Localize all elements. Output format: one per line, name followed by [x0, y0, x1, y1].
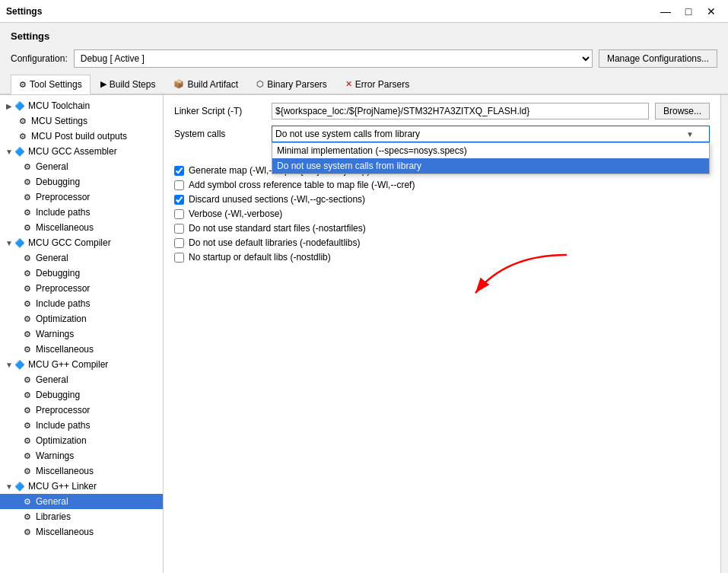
- system-calls-dropdown-wrapper: Do not use system calls from library ▼ M…: [272, 126, 710, 142]
- error-parsers-icon: ✕: [345, 79, 352, 89]
- tab-error-parsers[interactable]: ✕ Error Parsers: [337, 74, 418, 94]
- no-default-libs-label: Do not use default libraries (-nodefault…: [189, 237, 360, 248]
- sidebar-item-label: Include paths: [36, 420, 90, 431]
- sidebar-item-miscellaneous-asm[interactable]: ⚙ Miscellaneous: [0, 220, 163, 235]
- tab-binary-parsers[interactable]: ⬡ Binary Parsers: [248, 74, 335, 94]
- sidebar-item-label: Miscellaneous: [36, 222, 94, 233]
- dropdown-option-minimal[interactable]: Minimal implementation (--specs=nosys.sp…: [272, 143, 709, 158]
- gpp-compiler-icon: 🔷: [14, 358, 26, 371]
- sidebar-item-label: Preprocessor: [36, 192, 90, 202]
- sidebar-item-label: Warnings: [36, 329, 74, 339]
- checkbox-no-default-libs: Do not use default libraries (-nodefault…: [174, 237, 710, 248]
- sidebar-item-label: Miscellaneous: [36, 344, 94, 355]
- sidebar-item-mcu-gcc-compiler[interactable]: ▼ 🔷 MCU GCC Compiler: [0, 235, 163, 250]
- settings-icon: ⚙: [17, 115, 29, 127]
- sidebar-item-label: Libraries: [36, 511, 71, 522]
- sidebar-item-miscellaneous-gpp[interactable]: ⚙ Miscellaneous: [0, 463, 163, 479]
- tab-build-steps[interactable]: ▶ Build Steps: [92, 74, 164, 94]
- sidebar-item-miscellaneous-linker[interactable]: ⚙ Miscellaneous: [0, 524, 163, 540]
- sidebar-item-label: MCU G++ Linker: [28, 481, 97, 492]
- tab-bar: ⚙ Tool Settings ▶ Build Steps 📦 Build Ar…: [0, 74, 728, 94]
- debugging-icon: ⚙: [21, 267, 33, 279]
- window-header: Settings Configuration: Debug [ Active ]…: [0, 23, 728, 74]
- no-default-libs-checkbox[interactable]: [174, 238, 184, 248]
- preprocessor-icon: ⚙: [21, 404, 33, 416]
- no-start-files-label: Do not use standard start files (-nostar…: [189, 223, 366, 234]
- misc-icon: ⚙: [21, 526, 33, 538]
- browse-button[interactable]: Browse...: [655, 103, 710, 119]
- maximize-button[interactable]: □: [678, 3, 699, 20]
- sidebar-item-mcu-gpp-linker[interactable]: ▼ 🔷 MCU G++ Linker: [0, 479, 163, 494]
- post-build-icon: ⚙: [17, 130, 29, 142]
- sidebar-item-warnings-gpp[interactable]: ⚙ Warnings: [0, 448, 163, 463]
- sidebar-item-mcu-gpp-compiler[interactable]: ▼ 🔷 MCU G++ Compiler: [0, 357, 163, 372]
- dropdown-option-no-syscalls[interactable]: Do not use system calls from library: [272, 158, 709, 173]
- sidebar-item-include-paths-gpp[interactable]: ⚙ Include paths: [0, 418, 163, 433]
- sidebar-item-include-paths-gcc[interactable]: ⚙ Include paths: [0, 296, 163, 311]
- verbose-checkbox[interactable]: [174, 209, 184, 219]
- add-symbol-checkbox[interactable]: [174, 180, 184, 190]
- warnings-icon: ⚙: [21, 328, 33, 340]
- sidebar-item-general-gcc[interactable]: ⚙ General: [0, 250, 163, 266]
- sidebar-item-label: Miscellaneous: [36, 466, 94, 476]
- assembler-icon: 🔷: [14, 145, 26, 158]
- sidebar-item-label: Preprocessor: [36, 283, 90, 294]
- sidebar-item-preprocessor-gpp[interactable]: ⚙ Preprocessor: [0, 403, 163, 418]
- linker-script-label: Linker Script (-T): [174, 106, 265, 116]
- expand-arrow: ▼: [5, 482, 14, 491]
- close-button[interactable]: ✕: [701, 3, 722, 20]
- sidebar-item-optimization-gcc[interactable]: ⚙ Optimization: [0, 311, 163, 326]
- discard-unused-label: Discard unused sections (-Wl,--gc-sectio…: [189, 194, 365, 205]
- tab-tool-settings[interactable]: ⚙ Tool Settings: [11, 75, 91, 94]
- sidebar-item-general-linker[interactable]: ⚙ General: [0, 494, 163, 509]
- tab-build-artifact-label: Build Artifact: [187, 79, 238, 90]
- sidebar-item-label: Include paths: [36, 298, 90, 309]
- generate-map-checkbox[interactable]: [174, 166, 184, 176]
- sidebar-item-label: MCU G++ Compiler: [28, 359, 108, 370]
- tool-settings-icon: ⚙: [19, 80, 27, 90]
- no-startup-checkbox[interactable]: [174, 253, 184, 263]
- misc-icon: ⚙: [21, 343, 33, 355]
- discard-unused-checkbox[interactable]: [174, 195, 184, 205]
- sidebar-item-warnings-gcc[interactable]: ⚙ Warnings: [0, 326, 163, 342]
- sidebar-item-include-paths-asm[interactable]: ⚙ Include paths: [0, 205, 163, 220]
- sidebar-item-preprocessor-gcc[interactable]: ⚙ Preprocessor: [0, 281, 163, 296]
- checkbox-no-startup: No startup or default libs (-nostdlib): [174, 252, 710, 263]
- sidebar-item-mcu-gcc-assembler[interactable]: ▼ 🔷 MCU GCC Assembler: [0, 144, 163, 159]
- sidebar-item-debugging-gcc[interactable]: ⚙ Debugging: [0, 266, 163, 281]
- system-calls-row: System calls Do not use system calls fro…: [174, 126, 710, 142]
- sidebar-item-debugging-asm[interactable]: ⚙ Debugging: [0, 174, 163, 189]
- misc-icon: ⚙: [21, 465, 33, 477]
- sidebar-item-mcu-toolchain[interactable]: ▶ 🔷 MCU Toolchain: [0, 98, 163, 113]
- minimize-button[interactable]: —: [655, 3, 676, 20]
- optimization-icon: ⚙: [21, 435, 33, 447]
- tab-build-artifact[interactable]: 📦 Build Artifact: [165, 74, 246, 94]
- tab-build-steps-label: Build Steps: [110, 79, 156, 90]
- no-start-files-checkbox[interactable]: [174, 224, 184, 234]
- config-label: Configuration:: [11, 53, 68, 64]
- sidebar-item-debugging-gpp[interactable]: ⚙ Debugging: [0, 387, 163, 403]
- linker-script-input[interactable]: [272, 103, 649, 119]
- sidebar-item-mcu-settings[interactable]: ⚙ MCU Settings: [0, 113, 163, 129]
- sidebar-item-miscellaneous-gcc[interactable]: ⚙ Miscellaneous: [0, 342, 163, 357]
- sidebar-item-general-asm[interactable]: ⚙ General: [0, 159, 163, 174]
- system-calls-dropdown[interactable]: Do not use system calls from library ▼: [272, 126, 710, 142]
- debugging-icon: ⚙: [21, 389, 33, 401]
- tab-error-parsers-label: Error Parsers: [355, 79, 409, 90]
- general-icon: ⚙: [21, 161, 33, 173]
- window-title: Settings: [6, 6, 42, 17]
- system-calls-popup: Minimal implementation (--specs=nosys.sp…: [272, 142, 710, 174]
- preprocessor-icon: ⚙: [21, 191, 33, 203]
- sidebar-item-mcu-post-build[interactable]: ⚙ MCU Post build outputs: [0, 129, 163, 144]
- libraries-icon: ⚙: [21, 511, 33, 523]
- sidebar-item-libraries-linker[interactable]: ⚙ Libraries: [0, 509, 163, 524]
- page-title: Settings: [11, 30, 717, 42]
- manage-configurations-button[interactable]: Manage Configurations...: [599, 49, 717, 68]
- sidebar-item-optimization-gpp[interactable]: ⚙ Optimization: [0, 433, 163, 448]
- include-icon: ⚙: [21, 298, 33, 310]
- sidebar-item-label: General: [36, 161, 68, 172]
- sidebar-item-general-gpp[interactable]: ⚙ General: [0, 372, 163, 387]
- config-select[interactable]: Debug [ Active ]: [74, 49, 593, 68]
- sidebar-item-label: MCU Post build outputs: [31, 131, 127, 142]
- sidebar-item-preprocessor-asm[interactable]: ⚙ Preprocessor: [0, 189, 163, 205]
